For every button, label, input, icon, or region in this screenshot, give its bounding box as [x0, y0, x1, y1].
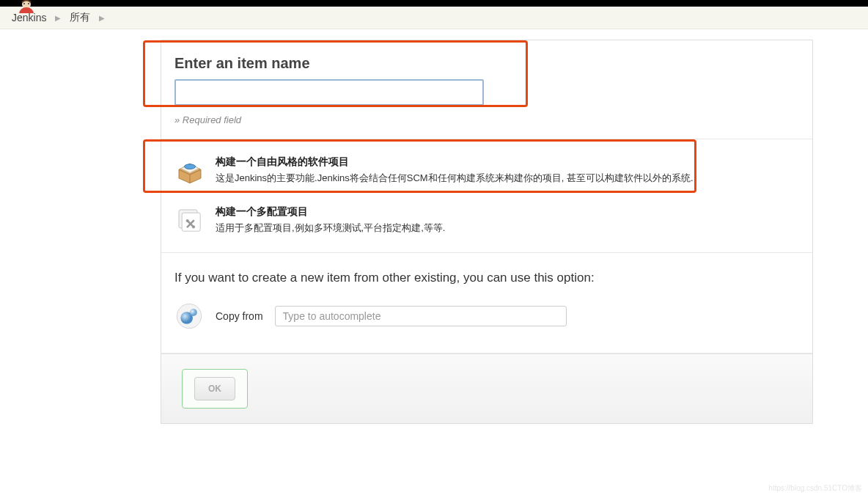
item-type-desc: 这是Jenkins的主要功能.Jenkins将会结合任何SCM和任何构建系统来构…	[216, 172, 694, 185]
copy-from-icon	[174, 301, 204, 331]
multiconfig-project-icon	[174, 205, 205, 236]
svg-point-10	[190, 309, 197, 316]
required-field-note: » Required field	[174, 114, 799, 125]
breadcrumb-separator-icon: ▶	[55, 14, 61, 22]
item-type-title: 构建一个多配置项目	[216, 205, 445, 219]
copy-from-section: If you want to create a new item from ot…	[161, 253, 812, 354]
svg-point-3	[185, 164, 196, 169]
svg-point-2	[28, 3, 29, 4]
copy-from-heading: If you want to create a new item from ot…	[174, 271, 799, 285]
copy-from-input[interactable]	[275, 306, 567, 326]
item-type-desc: 适用于多配置项目,例如多环境测试,平台指定构建,等等.	[216, 221, 445, 235]
breadcrumb-item-all[interactable]: 所有	[70, 11, 90, 24]
freestyle-project-icon	[174, 155, 205, 186]
item-name-section: Enter an item name » Required field	[161, 40, 812, 139]
breadcrumb-separator-icon: ▶	[99, 14, 105, 22]
svg-point-7	[192, 225, 195, 228]
ok-button[interactable]: OK	[194, 377, 235, 400]
item-type-multiconfig[interactable]: 构建一个多配置项目 适用于多配置项目,例如多环境测试,平台指定构建,等等.	[174, 201, 799, 241]
item-type-title: 构建一个自由风格的软件项目	[216, 155, 694, 169]
footer-bar: OK	[161, 354, 812, 423]
item-name-input[interactable]	[174, 79, 484, 106]
page-title: Enter an item name	[174, 55, 799, 72]
jenkins-logo-icon	[16, 0, 37, 15]
svg-point-6	[186, 219, 189, 222]
ok-button-wrap: OK	[182, 369, 248, 409]
top-bar	[0, 0, 868, 7]
breadcrumb: Jenkins ▶ 所有 ▶	[0, 7, 868, 29]
item-types-section: 构建一个自由风格的软件项目 这是Jenkins的主要功能.Jenkins将会结合…	[161, 139, 812, 253]
item-type-freestyle[interactable]: 构建一个自由风格的软件项目 这是Jenkins的主要功能.Jenkins将会结合…	[174, 151, 799, 191]
svg-point-1	[23, 3, 25, 4]
copy-from-label: Copy from	[216, 310, 263, 322]
main-panel: Enter an item name » Required field	[161, 40, 813, 424]
